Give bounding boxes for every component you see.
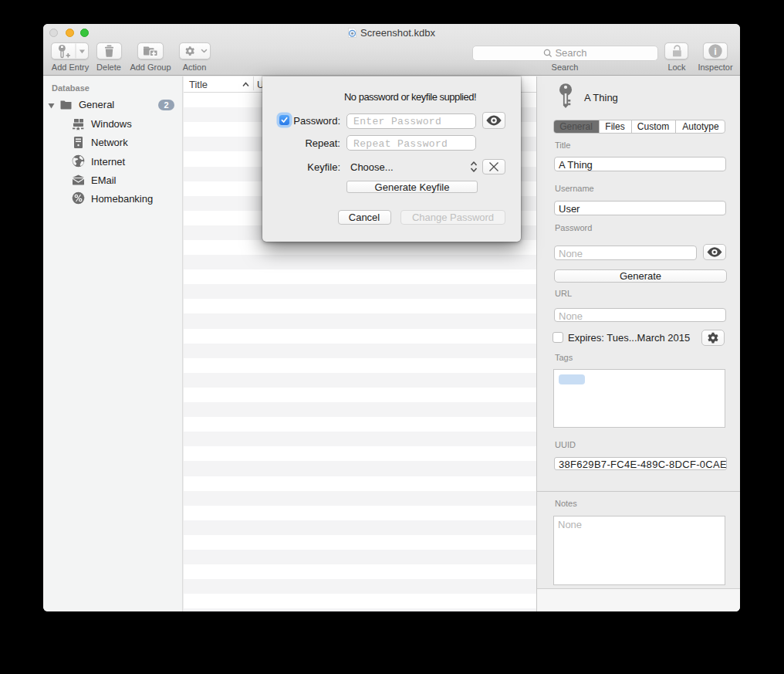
- svg-text:i: i: [714, 46, 717, 57]
